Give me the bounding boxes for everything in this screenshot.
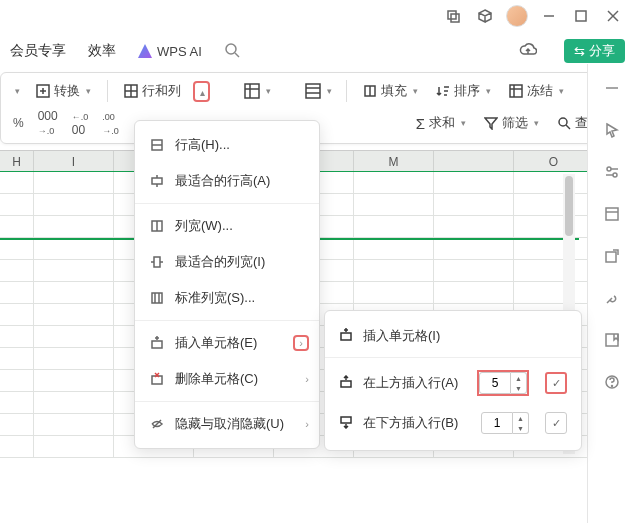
svg-rect-45 bbox=[152, 376, 162, 384]
convert-button[interactable]: 转换▾ bbox=[30, 79, 97, 103]
restore-window-icon[interactable] bbox=[439, 2, 467, 30]
svg-rect-1 bbox=[451, 14, 459, 22]
share-label: 分享 bbox=[589, 42, 615, 60]
submenu-insert-below[interactable]: 在下方插入行(B) ▲▼ ✓ bbox=[325, 404, 581, 442]
delete-cells-icon bbox=[149, 371, 165, 387]
menu-autofit-row[interactable]: 最适合的行高(A) bbox=[135, 163, 319, 199]
svg-line-7 bbox=[235, 53, 239, 57]
menu-label: 标准列宽(S)... bbox=[175, 289, 255, 307]
sort-button[interactable]: 排序▾ bbox=[430, 79, 497, 103]
col-header[interactable]: I bbox=[34, 151, 114, 171]
dropdown-icon[interactable]: ▾ bbox=[9, 83, 24, 99]
minimize-icon[interactable] bbox=[535, 2, 563, 30]
menu-label: 列宽(W)... bbox=[175, 217, 233, 235]
minus-icon[interactable] bbox=[602, 78, 622, 98]
sum-label: 求和 bbox=[429, 114, 455, 132]
insert-above-icon bbox=[339, 375, 353, 392]
maximize-icon[interactable] bbox=[567, 2, 595, 30]
svg-rect-37 bbox=[152, 178, 162, 184]
rows-cols-dropdown-highlighted[interactable]: ▴ bbox=[193, 81, 210, 102]
freeze-button[interactable]: 冻结▾ bbox=[503, 79, 570, 103]
bookmark-icon[interactable] bbox=[602, 330, 622, 350]
pointer-icon[interactable] bbox=[602, 120, 622, 140]
step-up-icon[interactable]: ▲ bbox=[511, 373, 526, 383]
insert-below-count[interactable]: ▲▼ bbox=[481, 412, 529, 434]
cube-icon[interactable] bbox=[471, 2, 499, 30]
menu-label: 在下方插入行(B) bbox=[363, 414, 471, 432]
wps-ai-button[interactable]: WPS AI bbox=[138, 44, 202, 59]
svg-point-26 bbox=[613, 173, 617, 177]
step-down-icon[interactable]: ▼ bbox=[511, 383, 526, 393]
filter-button[interactable]: 筛选▾ bbox=[478, 111, 545, 135]
step-down-icon[interactable]: ▼ bbox=[513, 423, 528, 433]
submenu-arrow-icon: › bbox=[305, 418, 309, 430]
menu-std-width[interactable]: 标准列宽(S)... bbox=[135, 280, 319, 316]
filter-label: 筛选 bbox=[502, 114, 528, 132]
menu-hide-unhide[interactable]: 隐藏与取消隐藏(U)› bbox=[135, 406, 319, 442]
submenu-insert-cells[interactable]: 插入单元格(I) bbox=[325, 319, 581, 353]
menu-label: 最适合的列宽(I) bbox=[175, 253, 265, 271]
svg-rect-44 bbox=[152, 341, 162, 348]
tab-efficiency[interactable]: 效率 bbox=[88, 42, 116, 60]
tools-icon[interactable] bbox=[602, 288, 622, 308]
col-width-icon bbox=[149, 218, 165, 234]
svg-rect-31 bbox=[606, 252, 616, 262]
row-height-icon bbox=[149, 137, 165, 153]
rows-cidth-menu: 行高(H)... 最适合的行高(A) 列宽(W)... 最适合的列宽(I) 标准… bbox=[134, 120, 320, 449]
menu-label: 最适合的行高(A) bbox=[175, 172, 270, 190]
cloud-upload-icon[interactable] bbox=[514, 37, 542, 65]
insert-below-icon bbox=[339, 415, 353, 432]
share-button[interactable]: ⇆分享 bbox=[564, 39, 625, 63]
menu-label: 插入单元格(E) bbox=[175, 334, 257, 352]
menu-row-height[interactable]: 行高(H)... bbox=[135, 127, 319, 163]
col-header[interactable]: O bbox=[514, 151, 594, 171]
col-header[interactable] bbox=[434, 151, 514, 171]
search-icon[interactable] bbox=[224, 42, 240, 61]
worksheet-icon[interactable]: ▾ bbox=[240, 80, 275, 102]
percent-button[interactable]: % bbox=[13, 116, 24, 130]
sum-button[interactable]: Σ求和▾ bbox=[410, 111, 472, 135]
close-icon[interactable] bbox=[599, 2, 627, 30]
tabbar: 会员专享 效率 WPS AI ⇆分享 bbox=[0, 32, 635, 70]
step-up-icon[interactable]: ▲ bbox=[513, 413, 528, 423]
decrease-decimal-button[interactable]: .00→.0 bbox=[102, 109, 119, 137]
right-sidebar bbox=[587, 64, 635, 523]
menu-delete-cells[interactable]: 删除单元格(C)› bbox=[135, 361, 319, 397]
insert-below-confirm[interactable]: ✓ bbox=[545, 412, 567, 434]
insert-cells-icon bbox=[149, 335, 165, 351]
insert-above-count-highlighted[interactable]: ▲▼ bbox=[477, 370, 529, 396]
svg-rect-50 bbox=[341, 381, 351, 387]
insert-above-confirm-highlighted[interactable]: ✓ bbox=[545, 372, 567, 394]
wps-ai-label: WPS AI bbox=[157, 44, 202, 59]
help-icon[interactable] bbox=[602, 372, 622, 392]
settings-icon[interactable] bbox=[602, 162, 622, 182]
svg-point-34 bbox=[611, 386, 612, 387]
table-style-icon[interactable]: ▾ bbox=[301, 80, 336, 102]
insert-above-input[interactable] bbox=[479, 372, 511, 394]
layout-icon[interactable] bbox=[602, 204, 622, 224]
std-width-icon bbox=[149, 290, 165, 306]
svg-rect-0 bbox=[448, 11, 456, 19]
titlebar bbox=[0, 0, 635, 32]
insert-cells-submenu: 插入单元格(I) 在上方插入行(A) ▲▼ ✓ 在下方插入行(B) ▲▼ ✓ bbox=[324, 310, 582, 451]
col-header[interactable]: M bbox=[354, 151, 434, 171]
rows-cols-button[interactable]: 行和列 bbox=[118, 79, 187, 103]
menu-insert-cells[interactable]: 插入单元格(E)› bbox=[135, 325, 319, 361]
menu-col-width[interactable]: 列宽(W)... bbox=[135, 208, 319, 244]
autofit-col-icon bbox=[149, 254, 165, 270]
insert-cells-icon bbox=[339, 328, 353, 345]
increase-decimal-button[interactable]: ←.000 bbox=[72, 109, 89, 137]
svg-rect-15 bbox=[306, 84, 320, 98]
svg-rect-32 bbox=[606, 334, 618, 346]
extract-icon[interactable] bbox=[602, 246, 622, 266]
insert-below-input[interactable] bbox=[481, 412, 513, 434]
freeze-label: 冻结 bbox=[527, 82, 553, 100]
fill-button[interactable]: 填充▾ bbox=[357, 79, 424, 103]
svg-rect-29 bbox=[606, 208, 618, 220]
tab-member[interactable]: 会员专享 bbox=[10, 42, 66, 60]
comma-style-button[interactable]: 000→.0 bbox=[38, 109, 58, 137]
menu-autofit-col[interactable]: 最适合的列宽(I) bbox=[135, 244, 319, 280]
avatar[interactable] bbox=[503, 2, 531, 30]
submenu-insert-above[interactable]: 在上方插入行(A) ▲▼ ✓ bbox=[325, 362, 581, 404]
col-header[interactable]: H bbox=[0, 151, 34, 171]
